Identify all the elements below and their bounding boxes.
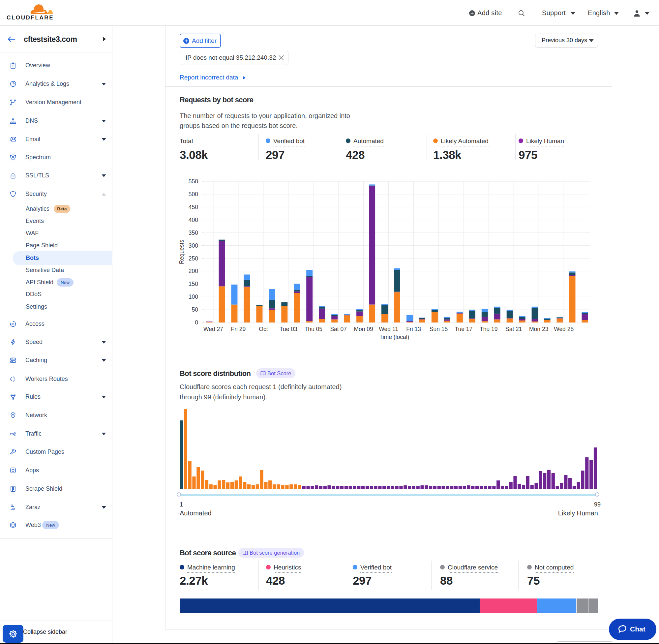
svg-text:Sun 15: Sun 15	[429, 326, 448, 332]
svg-text:150: 150	[189, 281, 198, 287]
svg-text:550: 550	[189, 178, 198, 185]
svg-text:Fri 13: Fri 13	[406, 326, 421, 332]
svg-text:Tue 03: Tue 03	[280, 326, 297, 332]
svg-text:Mon 23: Mon 23	[529, 326, 548, 332]
svg-text:50: 50	[192, 306, 198, 313]
svg-text:Time (local): Time (local)	[379, 334, 409, 340]
svg-text:Tue 17: Tue 17	[455, 326, 472, 332]
svg-text:100: 100	[189, 294, 198, 300]
svg-text:200: 200	[189, 268, 198, 274]
svg-text:500: 500	[189, 191, 198, 198]
svg-text:Sat 21: Sat 21	[505, 326, 522, 332]
svg-text:Wed 11: Wed 11	[379, 326, 398, 332]
svg-text:400: 400	[189, 217, 198, 223]
svg-text:Sat 07: Sat 07	[330, 326, 347, 332]
svg-text:350: 350	[189, 230, 198, 236]
svg-text:0: 0	[195, 319, 198, 326]
svg-text:Thu 19: Thu 19	[480, 326, 497, 332]
svg-text:300: 300	[189, 243, 198, 249]
svg-text:Oct: Oct	[259, 326, 268, 332]
svg-text:Mon 09: Mon 09	[354, 326, 373, 332]
svg-text:Wed 27: Wed 27	[204, 326, 223, 332]
svg-text:Requests: Requests	[178, 240, 185, 264]
svg-text:450: 450	[189, 204, 198, 210]
svg-text:250: 250	[189, 255, 198, 262]
svg-text:Wed 25: Wed 25	[554, 326, 573, 332]
svg-text:Thu 05: Thu 05	[305, 326, 323, 332]
svg-text:Fri 29: Fri 29	[231, 326, 246, 332]
